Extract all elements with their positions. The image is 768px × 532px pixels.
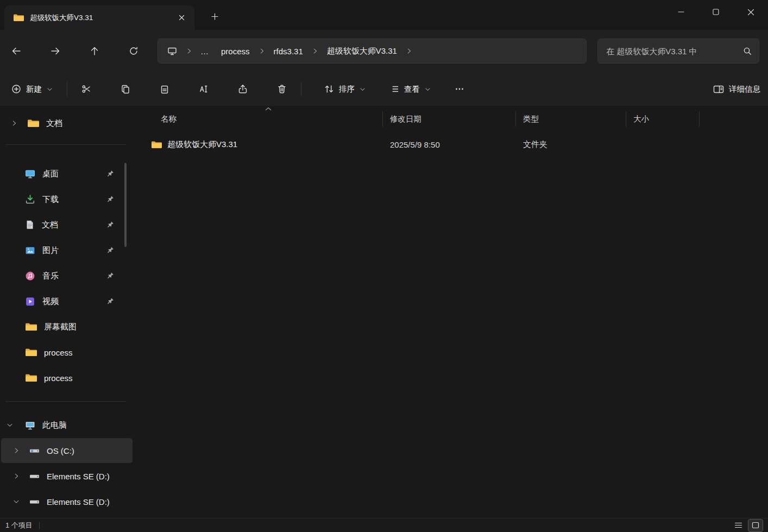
breadcrumb-home-button[interactable] (161, 41, 183, 61)
main-area: 文档 桌面 下载 文档 (0, 106, 768, 518)
sidebar-item-label: 图片 (42, 245, 59, 256)
new-button-label: 新建 (26, 84, 42, 94)
folder-icon (25, 322, 37, 332)
chevron-right-icon (11, 120, 17, 126)
new-tab-button[interactable] (205, 8, 224, 26)
sidebar-item-desktop[interactable]: 桌面 (1, 161, 133, 186)
sidebar-item-label: 视频 (42, 296, 59, 307)
share-icon (238, 84, 248, 94)
item-count: 1 个项目 (5, 521, 33, 530)
more-options-button[interactable] (448, 78, 471, 100)
chevron-down-icon (425, 86, 431, 92)
paste-icon (160, 84, 169, 94)
paste-button[interactable] (153, 78, 177, 100)
this-pc-icon (25, 420, 35, 430)
folder-icon (25, 373, 37, 383)
status-bar: 1 个项目 (0, 518, 768, 532)
close-icon (747, 9, 754, 16)
chevron-right-icon (309, 48, 321, 54)
desktop-icon (25, 169, 35, 179)
minimize-icon (678, 9, 684, 15)
sidebar-item-downloads[interactable]: 下载 (1, 187, 133, 212)
sidebar-item-label: 文档 (46, 118, 62, 129)
breadcrumb-item-current[interactable]: 超级软饭大师V3.31 (321, 41, 403, 61)
rename-button[interactable] (192, 78, 216, 100)
cut-button[interactable] (74, 78, 98, 100)
forward-button[interactable] (43, 40, 67, 62)
explorer-tab[interactable]: 超级软饭大师V3.31 (4, 5, 194, 30)
column-header-type[interactable]: 类型 (516, 106, 626, 132)
videos-icon (25, 296, 35, 307)
sidebar-item-label: 下载 (42, 194, 59, 205)
sidebar-item-process-2[interactable]: process (1, 365, 133, 390)
sidebar-item-elements-d-drive-2[interactable]: Elements SE (D:) (1, 489, 133, 514)
cut-icon (81, 84, 91, 94)
details-view-icon (734, 522, 742, 529)
column-header-name[interactable]: 名称 (134, 106, 383, 132)
search-input[interactable] (598, 47, 736, 56)
sidebar-item-documents-tree[interactable]: 文档 (1, 111, 133, 136)
view-icon (389, 84, 399, 94)
maximize-button[interactable] (698, 0, 733, 24)
toolbar-divider (67, 82, 67, 96)
chevron-right-icon (13, 473, 20, 479)
tab-close-button[interactable] (174, 10, 189, 26)
sort-button[interactable]: 排序 (317, 78, 373, 100)
sidebar-item-this-pc[interactable]: 此电脑 (1, 413, 133, 438)
chevron-right-icon (13, 447, 20, 454)
sidebar-item-label: 音乐 (42, 271, 59, 281)
close-window-button[interactable] (733, 0, 768, 24)
maximize-icon (713, 9, 719, 15)
pin-icon (106, 272, 114, 280)
column-header-date-modified[interactable]: 修改日期 (383, 106, 516, 132)
refresh-button[interactable] (122, 40, 146, 62)
file-row[interactable]: 超级软饭大师V3.31 2025/5/9 8:50 文件夹 (134, 132, 768, 157)
sidebar-item-documents[interactable]: 文档 (1, 212, 133, 237)
minimize-button[interactable] (664, 0, 698, 24)
file-date-modified: 2025/5/9 8:50 (383, 140, 516, 149)
search-icon (743, 47, 752, 55)
column-header-size[interactable]: 大小 (626, 106, 700, 132)
delete-button[interactable] (270, 78, 294, 100)
new-button[interactable]: 新建 (4, 78, 60, 100)
refresh-icon (129, 46, 139, 56)
view-button[interactable]: 查看 (382, 78, 438, 100)
copy-button[interactable] (114, 78, 137, 100)
sidebar-item-os-c-drive[interactable]: OS (C:) (1, 438, 133, 463)
sidebar-item-elements-d-drive-1[interactable]: Elements SE (D:) (1, 464, 133, 489)
breadcrumb-collapsed-button[interactable]: … (195, 41, 215, 61)
back-button[interactable] (4, 40, 28, 62)
command-bar: 新建 排序 查看 (0, 72, 768, 106)
rename-icon (199, 84, 209, 94)
sidebar-item-label: 文档 (42, 220, 58, 230)
pin-icon (106, 297, 114, 306)
breadcrumb: … process rfds3.31 超级软饭大师V3.31 (158, 39, 587, 64)
sidebar-item-label: 此电脑 (42, 420, 67, 430)
details-view-button[interactable] (731, 520, 745, 531)
large-icons-view-button[interactable] (748, 520, 763, 531)
sidebar-item-pictures[interactable]: 图片 (1, 238, 133, 263)
search-button[interactable] (736, 40, 759, 62)
ellipsis-icon (455, 84, 464, 94)
sidebar-item-music[interactable]: 音乐 (1, 263, 133, 288)
share-button[interactable] (231, 78, 255, 100)
chevron-right-icon (183, 48, 195, 54)
sidebar-divider (5, 401, 126, 402)
details-pane-button[interactable]: 详细信息 (706, 78, 768, 100)
breadcrumb-item-process[interactable]: process (215, 41, 256, 61)
chevron-right-icon (403, 48, 415, 54)
sidebar-item-label: OS (C:) (47, 446, 74, 455)
plus-circle-icon (11, 84, 21, 94)
file-name: 超级软饭大师V3.31 (167, 140, 237, 150)
chevron-down-icon (360, 86, 366, 92)
delete-icon (277, 84, 287, 94)
chevron-down-icon (7, 422, 13, 428)
sidebar-item-videos[interactable]: 视频 (1, 289, 133, 314)
sidebar-item-process-1[interactable]: process (1, 340, 133, 365)
sidebar-item-screenshots[interactable]: 屏幕截图 (1, 314, 133, 339)
sidebar-scrollbar[interactable] (124, 163, 127, 247)
up-button[interactable] (83, 40, 106, 62)
search-box (597, 39, 759, 64)
sidebar-divider (5, 144, 126, 145)
breadcrumb-item-rfds[interactable]: rfds3.31 (268, 41, 309, 61)
